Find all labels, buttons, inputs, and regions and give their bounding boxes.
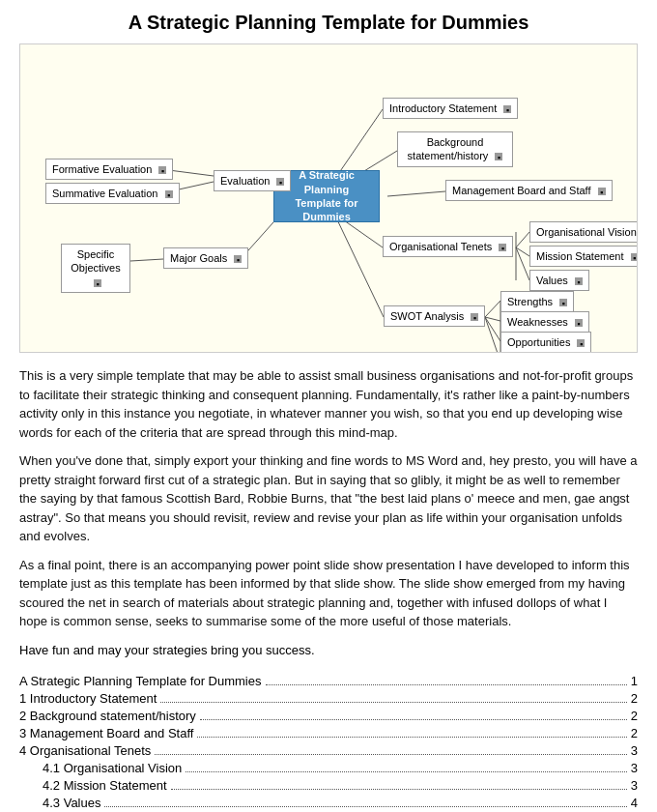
- toc-item: A Strategic Planning Template for Dummie…: [19, 673, 638, 688]
- svg-line-16: [485, 317, 500, 352]
- toc-page: 3: [631, 743, 638, 758]
- paragraph-4: Have fun and may your strategies bring y…: [19, 641, 638, 660]
- toc-page: 2: [631, 691, 638, 706]
- toc-label: 1 Introductory Statement: [19, 691, 157, 706]
- toc-item: 2 Background statement/history2: [19, 708, 638, 723]
- toc-dots: [155, 742, 626, 755]
- node-org: Organisational Tenets ▪: [383, 236, 513, 257]
- paragraph-1: This is a very simple template that may …: [19, 366, 638, 442]
- node-specific: SpecificObjectives ▪: [61, 244, 130, 293]
- paragraph-2: When you've done that, simply export you…: [19, 451, 638, 546]
- svg-line-2: [387, 191, 445, 196]
- toc-page: 3: [631, 778, 638, 793]
- toc-page: 4: [631, 796, 638, 810]
- node-mgmt: Management Board and Staff ▪: [445, 180, 613, 201]
- node-opportunities: Opportunities ▪: [500, 332, 591, 353]
- svg-line-12: [516, 247, 529, 280]
- svg-line-14: [485, 317, 500, 321]
- svg-line-4: [334, 214, 384, 317]
- toc-item: 4.2 Mission Statement3: [19, 777, 638, 793]
- mindmap-diagram: A Strategic Planning Template for Dummie…: [19, 44, 638, 353]
- toc-page: 3: [631, 761, 638, 775]
- node-swot: SWOT Analysis ▪: [384, 305, 485, 327]
- toc-dots: [160, 690, 626, 703]
- toc-item: 4.1 Organisational Vision3: [19, 760, 638, 775]
- toc-dots: [266, 673, 627, 685]
- node-major: Major Goals ▪: [163, 247, 248, 269]
- svg-line-10: [516, 232, 529, 247]
- toc-dots: [171, 777, 627, 790]
- node-weaknesses: Weaknesses ▪: [500, 311, 589, 333]
- toc-dots: [200, 708, 627, 720]
- node-threats: Threats ▪: [500, 352, 564, 353]
- node-formative: Formative Evaluation ▪: [45, 159, 173, 180]
- toc-label: 4.3 Values: [43, 796, 100, 810]
- node-values: Values ▪: [529, 270, 589, 291]
- toc-dots: [186, 760, 626, 772]
- node-org-vision: Organisational Vision ▪: [529, 221, 638, 243]
- node-intro: Introductory Statement ▪: [383, 98, 518, 119]
- toc-label: 4 Organisational Tenets: [19, 743, 151, 758]
- toc-label: 3 Management Board and Staff: [19, 726, 193, 740]
- table-of-contents: A Strategic Planning Template for Dummie…: [19, 673, 638, 812]
- svg-line-15: [485, 317, 500, 341]
- toc-page: 2: [631, 726, 638, 740]
- toc-page: 2: [631, 709, 638, 723]
- node-summative: Summative Evaluation ▪: [45, 183, 180, 204]
- toc-page: 1: [631, 674, 638, 688]
- svg-line-13: [485, 301, 500, 317]
- svg-line-9: [130, 259, 163, 261]
- toc-label: A Strategic Planning Template for Dummie…: [19, 674, 262, 688]
- page-title: A Strategic Planning Template for Dummie…: [19, 12, 638, 34]
- toc-label: 2 Background statement/history: [19, 709, 196, 723]
- node-eval: Evaluation ▪: [214, 170, 291, 191]
- toc-item: 4.3 Values4: [19, 795, 638, 810]
- toc-item: 3 Management Board and Staff2: [19, 725, 638, 740]
- toc-label: 4.1 Organisational Vision: [43, 761, 182, 775]
- node-mission: Mission Statement ▪: [529, 246, 638, 267]
- node-bg: Backgroundstatement/history ▪: [397, 131, 513, 167]
- toc-dots: [197, 725, 626, 738]
- toc-item: 1 Introductory Statement2: [19, 690, 638, 706]
- svg-line-11: [516, 247, 529, 256]
- toc-label: 4.2 Mission Statement: [43, 778, 167, 793]
- toc-dots: [104, 795, 626, 807]
- paragraph-3: As a final point, there is an accompanyi…: [19, 556, 638, 631]
- toc-item: 4 Organisational Tenets3: [19, 742, 638, 758]
- node-strengths: Strengths ▪: [500, 291, 574, 312]
